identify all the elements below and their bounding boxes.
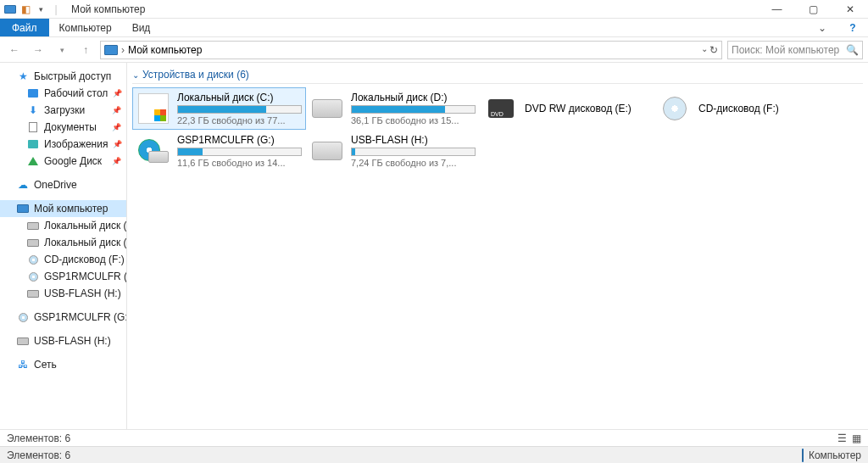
sidebar-this-pc[interactable]: Мой компьютер xyxy=(0,200,126,217)
status-item-count-2: Элементов: 6 xyxy=(7,449,70,461)
properties-icon[interactable]: ◧ xyxy=(19,3,32,16)
hdd-icon xyxy=(17,335,29,347)
up-button[interactable]: ↑ xyxy=(76,41,95,59)
pin-icon: 📌 xyxy=(112,106,121,114)
navigation-pane: ★Быстрый доступ Рабочий стол📌 ⬇Загрузки📌… xyxy=(0,63,127,446)
sidebar-removable-g[interactable]: GSP1RMCULFR (G:) xyxy=(0,309,126,326)
pin-icon: 📌 xyxy=(113,140,122,148)
drive-subtext: 7,24 ГБ свободно из 7,... xyxy=(351,158,476,168)
search-icon: 🔍 xyxy=(846,44,859,56)
drive-subtext: 22,3 ГБ свободно из 77... xyxy=(177,115,302,126)
status-item-count: Элементов: 6 xyxy=(7,432,70,444)
drive-subtext: 36,1 ГБ свободно из 15... xyxy=(351,115,476,126)
status-bar: Элементов: 6 ☰ ▦ xyxy=(0,429,868,446)
drive-icon xyxy=(310,134,344,168)
capacity-bar xyxy=(177,105,302,114)
tab-view[interactable]: Вид xyxy=(122,19,161,36)
drive-item[interactable]: USB-FLASH (H:) 7,24 ГБ свободно из 7,... xyxy=(306,130,480,172)
maximize-button[interactable]: ▢ xyxy=(795,0,832,19)
onedrive-icon: ☁ xyxy=(17,179,29,191)
taskbar-strip: Элементов: 6 Компьютер xyxy=(0,446,868,463)
ribbon-expand-icon[interactable]: ⌄ xyxy=(807,19,837,36)
cd-icon xyxy=(17,311,29,323)
help-icon[interactable]: ? xyxy=(837,19,868,36)
hdd-icon xyxy=(27,220,39,232)
sidebar-item-pictures[interactable]: Изображения📌 xyxy=(0,136,126,153)
gdrive-icon xyxy=(27,155,39,167)
group-header[interactable]: ⌄ Устройства и диски (6) xyxy=(132,66,863,84)
breadcrumb-root[interactable]: Мой компьютер xyxy=(128,44,202,56)
sidebar-item-gdrive[interactable]: Google Диск📌 xyxy=(0,153,126,170)
window-title: Мой компьютер xyxy=(71,3,145,15)
tab-computer[interactable]: Компьютер xyxy=(49,19,122,36)
sidebar-drive-d[interactable]: Локальный диск (D xyxy=(0,234,126,251)
capacity-bar xyxy=(351,148,476,156)
drive-item[interactable]: Локальный диск (C:) 22,3 ГБ свободно из … xyxy=(132,87,306,130)
drive-icon xyxy=(658,92,692,126)
window-controls: — ▢ ✕ xyxy=(759,0,868,19)
sidebar-item-downloads[interactable]: ⬇Загрузки📌 xyxy=(0,102,126,119)
drive-item[interactable]: CD-дисковод (F:) xyxy=(654,87,827,130)
sidebar-onedrive[interactable]: ☁OneDrive xyxy=(0,176,126,193)
sidebar-drive-c[interactable]: Локальный диск (C xyxy=(0,217,126,234)
sidebar-item-documents[interactable]: Документы📌 xyxy=(0,119,126,136)
recent-dropdown-icon[interactable]: ▾ xyxy=(53,41,71,59)
star-icon: ★ xyxy=(17,70,29,82)
drive-icon xyxy=(310,92,344,126)
sidebar-network[interactable]: 🖧Сеть xyxy=(0,356,126,373)
drive-subtext: 11,6 ГБ свободно из 14... xyxy=(177,158,302,168)
capacity-bar xyxy=(351,105,476,114)
pc-icon xyxy=(104,45,118,55)
back-button[interactable]: ← xyxy=(5,41,24,59)
chevron-right-icon: › xyxy=(121,44,125,56)
qat-separator: | xyxy=(49,3,63,16)
drive-name: Локальный диск (C:) xyxy=(177,92,302,103)
search-input[interactable]: Поиск: Мой компьютер 🔍 xyxy=(727,41,863,59)
minimize-button[interactable]: — xyxy=(759,0,795,19)
sidebar-quick-access[interactable]: ★Быстрый доступ xyxy=(0,68,126,85)
pc-icon xyxy=(17,203,29,215)
quick-access-toolbar: ◧ ▾ | xyxy=(0,3,63,16)
search-placeholder: Поиск: Мой компьютер xyxy=(732,44,839,56)
pc-icon xyxy=(3,3,17,16)
drive-name: CD-дисковод (F:) xyxy=(698,103,823,114)
sidebar-drive-h[interactable]: USB-FLASH (H:) xyxy=(0,285,126,302)
drive-icon xyxy=(484,92,518,126)
tab-file[interactable]: Файл xyxy=(0,19,49,36)
breadcrumb[interactable]: › Мой компьютер ⌄ ↻ xyxy=(100,41,722,59)
drive-item[interactable]: GSP1RMCULFR (G:) 11,6 ГБ свободно из 14.… xyxy=(132,130,306,172)
hdd-icon xyxy=(27,287,39,299)
view-details-icon[interactable]: ☰ xyxy=(837,432,847,444)
qat-dropdown-icon[interactable]: ▾ xyxy=(34,3,47,16)
cd-icon xyxy=(27,271,39,282)
network-icon: 🖧 xyxy=(17,359,29,371)
ribbon-tabs: Файл Компьютер Вид ⌄ ? xyxy=(0,19,868,37)
refresh-icon[interactable]: ↻ xyxy=(709,44,718,56)
hdd-icon xyxy=(27,237,39,248)
document-icon xyxy=(27,121,39,133)
drive-name: GSP1RMCULFR (G:) xyxy=(177,134,302,146)
pictures-icon xyxy=(27,138,39,150)
capacity-bar xyxy=(177,148,302,156)
pin-icon: 📌 xyxy=(112,123,121,131)
cd-icon xyxy=(27,254,39,265)
history-dropdown-icon[interactable]: ⌄ xyxy=(701,44,708,56)
desktop-icon xyxy=(27,87,39,99)
content-pane: ⌄ Устройства и диски (6) Локальный диск … xyxy=(127,63,868,446)
sidebar-drive-f[interactable]: CD-дисковод (F:) xyxy=(0,251,126,268)
sidebar-drive-g[interactable]: GSP1RMCULFR (G:) xyxy=(0,268,126,285)
close-button[interactable]: ✕ xyxy=(832,0,868,19)
pin-icon: 📌 xyxy=(112,157,121,165)
sidebar-item-desktop[interactable]: Рабочий стол📌 xyxy=(0,85,126,102)
drive-name: USB-FLASH (H:) xyxy=(351,134,476,146)
forward-button[interactable]: → xyxy=(29,41,47,59)
sidebar-removable-h[interactable]: USB-FLASH (H:) xyxy=(0,332,126,349)
view-tiles-icon[interactable]: ▦ xyxy=(852,432,861,444)
drive-item[interactable]: DVD RW дисковод (E:) xyxy=(480,87,654,130)
address-bar: ← → ▾ ↑ › Мой компьютер ⌄ ↻ Поиск: Мой к… xyxy=(0,37,868,63)
chevron-down-icon: ⌄ xyxy=(132,70,139,80)
drive-name: Локальный диск (D:) xyxy=(351,92,476,103)
group-title: Устройства и диски (6) xyxy=(142,69,249,81)
status-right-label: Компьютер xyxy=(809,449,861,461)
drive-item[interactable]: Локальный диск (D:) 36,1 ГБ свободно из … xyxy=(306,87,480,130)
